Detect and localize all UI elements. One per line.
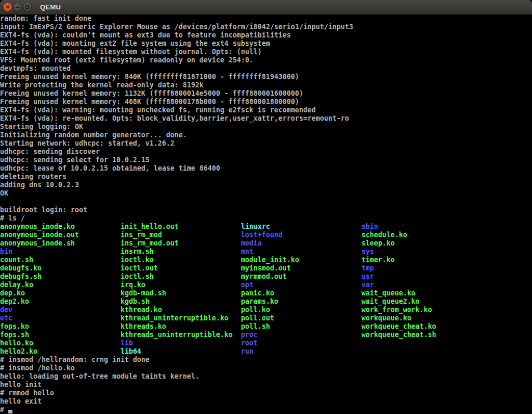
terminal-text: Initializing random number generator... … [0, 131, 187, 139]
terminal-text: Starting network: udhcpc: started, v1.26… [0, 139, 175, 147]
terminal-line: dev kthread.ko poll.ko work_from_work.ko [0, 306, 532, 314]
terminal-text: dev [0, 306, 121, 314]
terminal-text: EXT4-fs (vda): mounting ext2 file system… [0, 40, 270, 47]
terminal-text: lib64 [121, 347, 241, 355]
terminal-text: count.sh [0, 256, 121, 264]
terminal-line: etc kthread_uninterruptible.ko poll.out … [0, 314, 532, 322]
terminal-line: Starting network: udhcpc: started, v1.26… [0, 139, 532, 148]
terminal-text: # rmmod hello [0, 389, 54, 397]
terminal-line: EXT4-fs (vda): warning: mounting uncheck… [0, 106, 532, 114]
minimize-icon [16, 7, 20, 8]
terminal-line: dep2.ko kgdb.sh params.ko wait_queue2.ko [0, 297, 532, 306]
terminal-line: Freeing unused kernel memory: 468K (ffff… [0, 98, 532, 106]
terminal-line: EXT4-fs (vda): mounting ext2 file system… [0, 40, 532, 48]
terminal-text: EXT4-fs (vda): re-mounted. Opts: block_v… [0, 114, 349, 122]
terminal-line: bin insrm.sh mnt sys [0, 248, 532, 256]
close-button[interactable]: ✕ [3, 3, 12, 11]
terminal-text: debugfs.sh [0, 273, 121, 280]
terminal-text: VFS: Mounted root (ext2 filesystem) read… [0, 56, 254, 64]
terminal-text: kthreads_uninterruptible.ko [121, 331, 241, 339]
terminal-text: fops.ko [0, 322, 121, 330]
terminal-text: hello.ko [0, 339, 121, 347]
terminal-line: anonymous_inode.out ins_rm_mod lost+foun… [0, 231, 532, 239]
terminal-text: mnt [241, 248, 362, 255]
terminal-text: lost+found [241, 231, 362, 239]
terminal-text: panic.ko [241, 289, 362, 297]
terminal-text: poll.out [241, 314, 362, 322]
terminal-text: kthread.ko [121, 306, 241, 314]
terminal-text: kthread_uninterruptible.ko [121, 314, 241, 322]
terminal-text: devtmpfs: mounted [0, 64, 71, 72]
terminal-line: udhcpc: sending select for 10.0.2.15 [0, 156, 532, 164]
terminal-text: Freeing unused kernel memory: 1132K (fff… [0, 89, 303, 97]
terminal-line: anonymous_inode.ko init_hello.out linuxr… [0, 223, 532, 231]
terminal-text: linuxrc [241, 223, 362, 230]
terminal-text: params.ko [241, 297, 362, 305]
terminal-text: insrm.sh [121, 248, 241, 255]
terminal-text: udhcpc: sending select for 10.0.2.15 [0, 156, 150, 164]
terminal-text: deleting routers [0, 173, 66, 180]
terminal-text: dep2.ko [0, 297, 121, 305]
terminal-text: bin [0, 248, 121, 255]
terminal-line: input: ImExPS/2 Generic Explorer Mouse a… [0, 23, 532, 31]
terminal-text: ioctl.ko [121, 256, 241, 264]
terminal-text: hello: loading out-of-tree module taints… [0, 372, 200, 380]
window-titlebar[interactable]: ✕ QEMU [0, 0, 532, 15]
terminal-line: hello2.ko lib64 run [0, 347, 532, 356]
terminal-text: OK [0, 189, 8, 197]
terminal-text: input: ImExPS/2 Generic Explorer Mouse a… [0, 23, 353, 31]
terminal-text: workqueue_cheat.ko [362, 322, 436, 330]
terminal-line: VFS: Mounted root (ext2 filesystem) read… [0, 56, 532, 64]
close-icon: ✕ [5, 4, 10, 10]
terminal-text: timer.ko [362, 256, 395, 264]
terminal-text: wait_queue2.ko [362, 297, 420, 305]
terminal-text: sleep.ko [362, 239, 395, 247]
terminal-line: hello exit [0, 397, 532, 406]
terminal-text: etc [0, 314, 121, 322]
terminal-screen[interactable]: random: fast init doneinput: ImExPS/2 Ge… [0, 15, 532, 414]
terminal-line: EXT4-fs (vda): mounted filesystem withou… [0, 48, 532, 56]
terminal-text: poll.sh [241, 322, 362, 330]
terminal-line: devtmpfs: mounted [0, 64, 532, 73]
terminal-text: run [241, 347, 254, 355]
terminal-text: # ls / [0, 214, 25, 222]
terminal-line: delay.ko irq.ko opt var [0, 281, 532, 289]
terminal-text: work_from_work.ko [362, 306, 432, 314]
terminal-text: random: fast init done [0, 15, 91, 22]
window-title: QEMU [40, 3, 61, 11]
terminal-text: # [0, 406, 8, 413]
terminal-text: debugfs.ko [0, 264, 121, 272]
terminal-line: udhcpc: sending discover [0, 148, 532, 156]
minimize-button[interactable] [13, 3, 22, 11]
terminal-text: var [362, 281, 374, 289]
terminal-line: deleting routers [0, 173, 532, 181]
terminal-line: debugfs.ko ioctl.out myinsmod.out tmp [0, 264, 532, 273]
terminal-line: Starting logging: OK [0, 123, 532, 131]
terminal-text: EXT4-fs (vda): couldn't mount as ext3 du… [0, 31, 291, 39]
terminal-line: # insmod /hellrandom: crng init done [0, 356, 532, 364]
terminal-line: # [0, 406, 532, 414]
terminal-text: sbin [362, 223, 378, 230]
terminal-text: udhcpc: sending discover [0, 148, 100, 156]
terminal-text: poll.ko [241, 306, 362, 314]
terminal-text: irq.ko [121, 281, 241, 289]
terminal-text: workqueue.ko [362, 314, 411, 322]
terminal-line: Freeing unused kernel memory: 1132K (fff… [0, 89, 532, 98]
terminal-text: myrmmod.out [241, 273, 362, 280]
maximize-button[interactable] [23, 3, 32, 11]
terminal-line: Initializing random number generator... … [0, 131, 532, 139]
terminal-line: Write protecting the kernel read-only da… [0, 81, 532, 89]
terminal-cursor [8, 410, 12, 413]
terminal-line: dep.ko kgdb-mod.sh panic.ko wait_queue.k… [0, 289, 532, 297]
terminal-text: EXT4-fs (vda): mounted filesystem withou… [0, 48, 262, 56]
terminal-text: anonymous_inode.ko [0, 223, 121, 230]
terminal-text: anonymous_inode.sh [0, 239, 121, 247]
terminal-text: module_init.ko [241, 256, 362, 264]
terminal-text: workqueue_cheat.sh [362, 331, 436, 339]
terminal-text: tmp [362, 264, 374, 272]
terminal-line: fops.sh kthreads_uninterruptible.ko proc… [0, 331, 532, 339]
terminal-text: kgdb-mod.sh [121, 289, 241, 297]
terminal-text: EXT4-fs (vda): warning: mounting uncheck… [0, 106, 316, 114]
terminal-text: schedule.ko [362, 231, 407, 239]
terminal-line [0, 198, 532, 206]
